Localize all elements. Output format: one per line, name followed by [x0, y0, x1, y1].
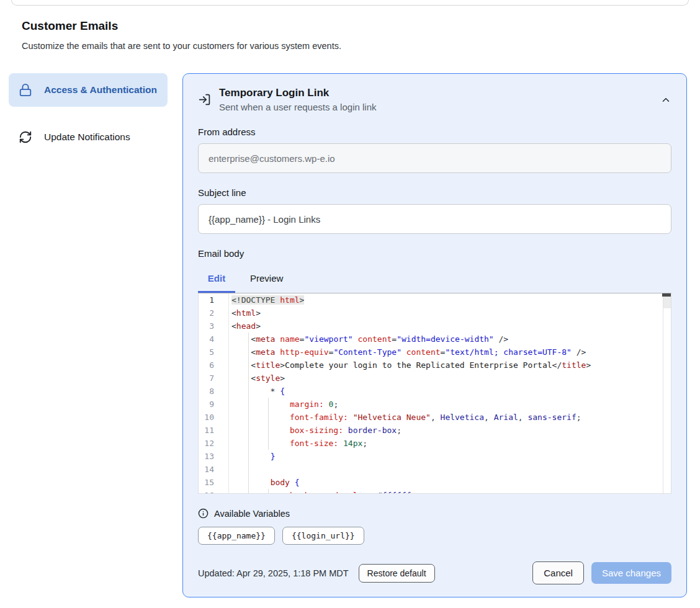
sidebar: Access & Authentication Update Notificat…	[9, 73, 168, 154]
from-address-label: From address	[198, 127, 671, 137]
line-number: 11	[199, 424, 229, 437]
sidebar-item-label: Access & Authentication	[44, 83, 157, 97]
card-title: Temporary Login Link	[219, 87, 376, 99]
lock-icon	[19, 83, 32, 97]
code-line[interactable]: 7 <style>	[199, 372, 671, 385]
editor-tabs: Edit Preview	[198, 265, 671, 291]
code-line[interactable]: 6 <title>Complete your login to the Repl…	[199, 359, 671, 372]
refresh-icon	[19, 130, 32, 144]
code-line[interactable]: 1<!DOCTYPE html>	[199, 293, 671, 306]
card-header-text: Temporary Login Link Sent when a user re…	[219, 87, 376, 112]
line-number: 8	[199, 385, 229, 398]
card-footer: Updated: Apr 29, 2025, 1:18 PM MDT Resto…	[198, 561, 671, 584]
line-number: 10	[199, 411, 229, 424]
line-number: 3	[199, 320, 229, 333]
editor-scrollbar-thumb[interactable]	[662, 293, 671, 297]
page-subtitle: Customize the emails that are sent to yo…	[22, 41, 700, 51]
code-line[interactable]: 16 background-color: #ffffff;	[199, 489, 671, 494]
cancel-button[interactable]: Cancel	[532, 561, 584, 584]
code-line[interactable]: 5 <meta http-equiv="Content-Type" conten…	[199, 346, 671, 359]
page-title: Customer Emails	[22, 19, 700, 33]
line-number: 7	[199, 372, 229, 385]
sidebar-item-label: Update Notifications	[44, 130, 130, 145]
line-number: 4	[199, 333, 229, 346]
info-icon	[198, 508, 209, 519]
line-number: 12	[199, 437, 229, 450]
line-number: 6	[199, 359, 229, 372]
chevron-up-icon[interactable]	[660, 94, 671, 105]
subject-line-label: Subject line	[198, 187, 671, 198]
sidebar-item-access-authentication[interactable]: Access & Authentication	[9, 73, 168, 107]
code-line[interactable]: 4 <meta name="viewport" content="width=d…	[199, 333, 671, 346]
indent-guide	[248, 463, 249, 476]
code-line[interactable]: 8 * {	[199, 385, 671, 398]
previous-section-edge	[11, 0, 689, 6]
code-line[interactable]: 2<html>	[199, 306, 671, 320]
code-line[interactable]: 10 font-family: "Helvetica Neue", Helvet…	[199, 411, 671, 424]
login-icon	[198, 93, 211, 106]
code-line[interactable]: 11 box-sizing: border-box;	[199, 424, 671, 437]
line-number: 9	[199, 398, 229, 411]
main-layout: Access & Authentication Update Notificat…	[9, 73, 687, 597]
card-header: Temporary Login Link Sent when a user re…	[198, 87, 671, 112]
sidebar-item-update-notifications[interactable]: Update Notifications	[9, 120, 168, 154]
line-number: 5	[199, 346, 229, 359]
code-line[interactable]: 15 body {	[199, 476, 671, 489]
code-editor-lines: 1<!DOCTYPE html>2<html>3<head>4 <meta na…	[199, 293, 671, 494]
variable-chips: {{app_name}} {{login_url}}	[198, 527, 671, 545]
code-editor[interactable]: 1<!DOCTYPE html>2<html>3<head>4 <meta na…	[198, 293, 671, 494]
updated-timestamp: Updated: Apr 29, 2025, 1:18 PM MDT	[198, 568, 349, 578]
code-line[interactable]: 3<head>	[199, 320, 671, 333]
code-line[interactable]: 13 }	[199, 450, 671, 463]
code-line[interactable]: 9 margin: 0;	[199, 398, 671, 411]
from-address-field[interactable]	[198, 143, 671, 173]
restore-default-button[interactable]: Restore default	[359, 564, 435, 583]
variable-chip-app-name[interactable]: {{app_name}}	[198, 527, 275, 545]
code-line[interactable]: 12 font-size: 14px;	[199, 437, 671, 450]
variable-chip-login-url[interactable]: {{login_url}}	[282, 527, 364, 545]
subject-line-field[interactable]	[198, 204, 671, 234]
available-variables-header: Available Variables	[198, 508, 671, 519]
editor-vertical-scrollbar[interactable]	[663, 293, 671, 493]
line-number: 14	[199, 463, 229, 476]
email-template-card: Temporary Login Link Sent when a user re…	[182, 73, 687, 597]
line-number: 2	[199, 306, 229, 320]
save-changes-button[interactable]: Save changes	[591, 562, 671, 584]
line-number: 16	[199, 489, 229, 494]
card-subtitle: Sent when a user requests a login link	[219, 102, 376, 112]
email-body-label: Email body	[198, 248, 671, 259]
line-number: 13	[199, 450, 229, 463]
line-number: 1	[199, 293, 229, 306]
tab-preview[interactable]: Preview	[235, 265, 298, 291]
code-line[interactable]: 14	[199, 463, 671, 476]
available-variables-label: Available Variables	[214, 509, 290, 519]
line-number: 15	[199, 476, 229, 489]
tab-edit[interactable]: Edit	[198, 265, 235, 291]
